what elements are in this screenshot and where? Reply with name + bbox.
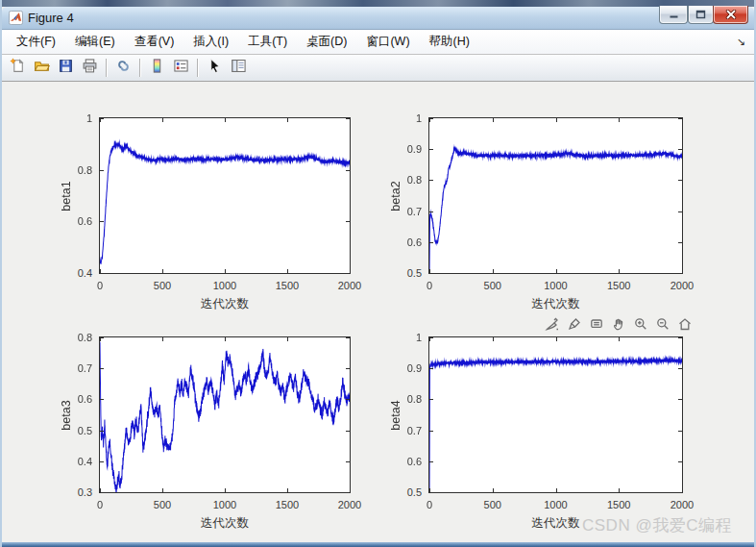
x-axis-label: 迭代次数 — [99, 515, 351, 532]
menubar: 文件(F)编辑(E)查看(V)插入(I)工具(T)桌面(D)窗口(W)帮助(H)… — [2, 30, 754, 55]
minimize-button[interactable] — [659, 6, 688, 24]
open-file-button[interactable] — [30, 57, 53, 80]
edit-plot-icon — [207, 58, 223, 78]
axes-hover-toolbar — [543, 315, 694, 336]
menu-item-4[interactable]: 插入(I) — [183, 30, 238, 54]
x-tick-label: 1500 — [590, 280, 647, 291]
x-axis-label: 迭代次数 — [428, 296, 683, 312]
x-tick-label: 0 — [401, 280, 458, 291]
new-figure-icon — [10, 58, 26, 78]
menu-item-5[interactable]: 工具(T) — [238, 30, 297, 54]
x-tick-label: 1500 — [590, 499, 647, 510]
x-tick-label: 1000 — [196, 280, 254, 291]
toolbar-separator — [197, 59, 198, 77]
figure-canvas-area: 0.40.60.810500100015002000beta1迭代次数 0.50… — [2, 82, 754, 542]
insert-legend-icon — [173, 58, 189, 78]
property-editor-button[interactable] — [227, 57, 250, 80]
subplot-bottom-right: 0.50.60.70.80.910500100015002000beta4迭代次… — [428, 336, 683, 493]
pan-button[interactable] — [609, 316, 627, 335]
y-axis-label: beta4 — [389, 400, 402, 430]
x-tick-label: 1500 — [258, 499, 316, 510]
x-tick-label: 500 — [464, 499, 522, 510]
x-tick-label: 500 — [134, 280, 191, 291]
y-axis-label: beta3 — [60, 400, 73, 430]
menu-item-7[interactable]: 窗口(W) — [356, 30, 419, 54]
menu-item-6[interactable]: 桌面(D) — [297, 30, 356, 54]
y-axis-label: beta1 — [60, 181, 73, 211]
y-tick-label: 1 — [52, 112, 92, 124]
close-button[interactable] — [713, 6, 748, 24]
datatips-button[interactable] — [587, 316, 605, 335]
window-bottom-border — [2, 542, 754, 547]
plot-area-beta1 — [99, 117, 351, 274]
menu-item-8[interactable]: 帮助(H) — [420, 30, 479, 54]
subplot-top-right: 0.50.60.70.80.910500100015002000beta2迭代次… — [428, 117, 683, 274]
zoom-out-icon — [655, 316, 671, 336]
new-figure-button[interactable] — [6, 57, 29, 80]
y-tick-label: 0.6 — [381, 456, 422, 467]
dock-figure-arrow-icon[interactable]: ↘ — [737, 36, 745, 48]
print-figure-button[interactable] — [78, 57, 101, 80]
restore-view-button[interactable] — [675, 316, 694, 335]
brush-button[interactable] — [565, 316, 583, 335]
restore-view-icon — [677, 316, 693, 336]
restore-button[interactable] — [688, 6, 714, 24]
x-tick-label: 2000 — [321, 499, 378, 510]
y-tick-label: 0.6 — [52, 215, 92, 227]
export-icon — [545, 316, 560, 336]
figure-toolbar — [2, 55, 754, 82]
edit-plot-button[interactable] — [203, 57, 226, 80]
x-tick-label: 0 — [71, 280, 129, 291]
y-tick-label: 1 — [381, 112, 422, 124]
menu-item-3[interactable]: 查看(V) — [125, 30, 184, 54]
subplot-top-left: 0.40.60.810500100015002000beta1迭代次数 — [99, 117, 351, 274]
y-tick-label: 0.8 — [52, 164, 92, 176]
x-tick-label: 1000 — [527, 280, 585, 291]
brush-icon — [567, 316, 582, 336]
insert-legend-button[interactable] — [169, 57, 192, 80]
csdn-watermark: CSDN @我爱C编程 — [582, 514, 732, 536]
y-tick-label: 0.7 — [52, 362, 92, 374]
menu-item-2[interactable]: 编辑(E) — [65, 30, 125, 54]
x-tick-label: 1000 — [527, 499, 585, 510]
zoom-in-button[interactable] — [631, 316, 649, 335]
y-tick-label: 0.6 — [381, 236, 422, 248]
x-tick-label: 0 — [401, 499, 458, 510]
x-tick-label: 1500 — [258, 280, 316, 291]
subplot-bottom-left: 0.30.40.50.60.70.80500100015002000beta3迭… — [99, 336, 351, 493]
x-tick-label: 2000 — [653, 499, 711, 510]
plot-area-beta2 — [428, 117, 683, 274]
x-tick-label: 1000 — [196, 499, 254, 510]
y-tick-label: 0.9 — [381, 143, 422, 155]
x-tick-label: 2000 — [321, 280, 378, 291]
open-file-icon — [34, 58, 50, 78]
window-title: Figure 4 — [28, 11, 74, 25]
property-editor-icon — [231, 58, 247, 78]
plot-area-beta3 — [99, 336, 351, 493]
y-tick-label: 0.4 — [52, 456, 92, 467]
x-tick-label: 2000 — [653, 280, 711, 291]
export-button[interactable] — [543, 316, 561, 335]
x-tick-label: 500 — [464, 280, 522, 291]
link-plot-icon — [115, 58, 132, 78]
toolbar-separator — [139, 59, 140, 77]
y-axis-label: beta2 — [389, 181, 402, 211]
y-tick-label: 0.5 — [381, 486, 422, 498]
plot-area-beta4 — [428, 336, 683, 493]
titlebar[interactable]: Figure 4 — [2, 7, 754, 30]
save-figure-button[interactable] — [54, 57, 77, 80]
zoom-out-button[interactable] — [653, 316, 671, 335]
toolbar-separator — [106, 59, 107, 77]
desktop-background-sliver — [2, 0, 754, 7]
insert-colorbar-icon — [149, 58, 165, 78]
x-tick-label: 0 — [71, 499, 129, 510]
x-axis-label: 迭代次数 — [99, 296, 351, 312]
link-plot-button[interactable] — [111, 57, 134, 80]
y-tick-label: 0.4 — [52, 267, 92, 279]
insert-colorbar-button[interactable] — [145, 57, 168, 80]
pan-icon — [611, 316, 626, 336]
y-tick-label: 0.9 — [381, 362, 422, 374]
print-figure-icon — [82, 58, 98, 78]
menu-item-1[interactable]: 文件(F) — [7, 30, 65, 54]
save-figure-icon — [58, 58, 74, 78]
